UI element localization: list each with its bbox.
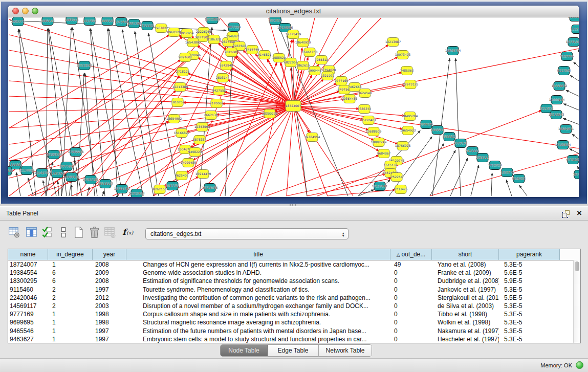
table-cell[interactable]: Estimation of the future numbers of pati…: [126, 327, 390, 335]
table-cell[interactable]: 0: [390, 294, 432, 301]
table-cell[interactable]: 0: [390, 269, 432, 276]
table-cell[interactable]: 5.3E-5: [499, 311, 560, 318]
table-row[interactable]: 946554611997Estimation of the future num…: [8, 327, 580, 335]
table-cell[interactable]: Nakamura et al. (1997): [432, 327, 499, 335]
column-header-year[interactable]: year: [93, 249, 126, 260]
table-cell[interactable]: 1: [48, 319, 93, 326]
table-cell[interactable]: Franke et al. (2009): [432, 269, 499, 276]
table-cell[interactable]: 9465546: [8, 327, 48, 335]
table-cell[interactable]: 6: [48, 269, 93, 276]
row-height-icon[interactable]: [59, 226, 71, 239]
table-cell[interactable]: 1: [48, 327, 93, 335]
table-row[interactable]: 977716911998Corpus callosum shape and si…: [8, 310, 580, 318]
table-cell[interactable]: Hescheler et al. (1997): [432, 336, 499, 343]
table-cell[interactable]: de Silva et al. (2003): [432, 302, 499, 310]
table-cell[interactable]: 5.3E-5: [499, 336, 560, 343]
table-row[interactable]: 969969511998Structural magnetic resonanc…: [8, 318, 580, 326]
table-row[interactable]: 1938455462009Genome-wide association stu…: [8, 269, 580, 277]
table-cell[interactable]: 9115460: [8, 286, 48, 293]
table-cell[interactable]: Wolkin et al. (1998): [432, 319, 499, 326]
table-cell[interactable]: 5.6E-5: [499, 269, 560, 276]
table-cell[interactable]: 2: [48, 294, 93, 301]
table-cell[interactable]: 5.3E-5: [499, 286, 560, 293]
table-cell[interactable]: 49: [390, 261, 432, 268]
tab-edge-table[interactable]: Edge Table: [268, 345, 319, 356]
table-cell[interactable]: 5.3E-5: [499, 261, 560, 268]
table-cell[interactable]: Changes of HCN gene expression and I(f) …: [126, 261, 390, 268]
table-cell[interactable]: Structural magnetic resonance image aver…: [126, 319, 390, 326]
table-cell[interactable]: 19384554: [8, 269, 48, 276]
table-cell[interactable]: Embryonic stem cells: a model to study s…: [126, 336, 390, 343]
table-cell[interactable]: 0: [390, 336, 432, 343]
memory-status-icon[interactable]: [576, 361, 583, 369]
table-cell[interactable]: 9777169: [8, 311, 48, 318]
scrollbar-thumb[interactable]: [575, 261, 579, 271]
table-cell[interactable]: 2012: [93, 294, 126, 301]
zoom-window-icon[interactable]: [32, 8, 38, 14]
tab-network-table[interactable]: Network Table: [319, 345, 372, 356]
column-header-in_degree[interactable]: in_degree: [48, 249, 93, 260]
table-cell[interactable]: 22420046: [8, 294, 48, 301]
network-graph-canvas[interactable]: 2405571308914010653281527602646616210719…: [8, 17, 579, 197]
table-cell[interactable]: 1: [48, 261, 93, 268]
table-cell[interactable]: 1: [48, 336, 93, 343]
table-cell[interactable]: 18300295: [8, 277, 48, 285]
close-panel-icon[interactable]: ✕: [575, 209, 583, 218]
new-table-icon[interactable]: [73, 226, 85, 239]
table-cell[interactable]: 0: [390, 286, 432, 293]
table-cell[interactable]: Dudbridge et al. (2008): [432, 277, 499, 285]
table-row[interactable]: 946362711997Embryonic stem cells: a mode…: [8, 335, 580, 343]
table-cell[interactable]: Investigating the contribution of common…: [126, 294, 390, 301]
table-cell[interactable]: Corpus callosum shape and size in male p…: [126, 311, 390, 318]
table-cell[interactable]: 6: [48, 277, 93, 285]
table-cell[interactable]: 0: [390, 327, 432, 335]
table-cell[interactable]: 5.3E-5: [499, 302, 560, 310]
table-cell[interactable]: 9699695: [8, 319, 48, 326]
table-cell[interactable]: 0: [390, 277, 432, 285]
table-cell[interactable]: Stergiakouli et al. (2012): [432, 294, 499, 301]
function-builder-icon[interactable]: f (x): [121, 226, 134, 239]
table-cell[interactable]: 5.9E-5: [499, 277, 560, 285]
column-header-name[interactable]: name: [8, 249, 48, 260]
tab-node-table[interactable]: Node Table: [221, 345, 268, 356]
table-cell[interactable]: 0: [390, 311, 432, 318]
table-cell[interactable]: Estimation of significance thresholds fo…: [126, 277, 390, 285]
table-cell[interactable]: 2: [48, 302, 93, 310]
column-header-short[interactable]: short: [432, 249, 499, 260]
select-rows-icon[interactable]: [41, 226, 54, 239]
float-panel-icon[interactable]: [561, 209, 571, 218]
table-cell[interactable]: Tourette syndrome. Phenomenology and cla…: [126, 286, 390, 293]
table-cell[interactable]: 1997: [93, 336, 126, 343]
network-window-titlebar[interactable]: citations_edges.txt: [8, 6, 579, 17]
column-header-title[interactable]: title: [126, 249, 390, 260]
table-cell[interactable]: Genome-wide association studies in ADHD.: [126, 269, 390, 276]
table-settings-icon[interactable]: [8, 226, 20, 239]
delete-icon[interactable]: [88, 226, 100, 239]
table-cell[interactable]: 1997: [93, 327, 126, 335]
table-cell[interactable]: 0: [390, 319, 432, 326]
table-cell[interactable]: 1997: [93, 286, 126, 293]
table-cell[interactable]: 2008: [93, 261, 126, 268]
table-row[interactable]: 1456911722003Disruption of a novel membe…: [8, 302, 580, 310]
table-cell[interactable]: 14569117: [8, 302, 48, 310]
table-cell[interactable]: Tibbo et al. (1998): [432, 311, 499, 318]
table-cell[interactable]: Jankovic et al. (1997): [432, 286, 499, 293]
table-cell[interactable]: 2003: [93, 302, 126, 310]
table-row[interactable]: 1872400712008Changes of HCN gene express…: [8, 260, 580, 269]
table-cell[interactable]: Yano et al. (2008): [432, 261, 499, 268]
table-selector-dropdown[interactable]: citations_edges.txt ▲▼: [145, 228, 349, 239]
table-cell[interactable]: Disruption of a novel member of a sodium…: [126, 302, 390, 310]
column-header-out_de[interactable]: △out_de...: [390, 249, 432, 260]
table-cell[interactable]: 9463627: [8, 336, 48, 343]
select-columns-icon[interactable]: [26, 226, 38, 239]
table-row[interactable]: 2242004622012Investigating the contribut…: [8, 294, 580, 302]
table-row[interactable]: 1830029562008Estimation of significance …: [8, 277, 580, 285]
table-cell[interactable]: 18724007: [8, 261, 48, 268]
close-window-icon[interactable]: [12, 8, 19, 14]
table-cell[interactable]: 1998: [93, 319, 126, 326]
table-cell[interactable]: 2008: [93, 277, 126, 285]
table-cell[interactable]: 0: [390, 302, 432, 310]
table-cell[interactable]: 1998: [93, 311, 126, 318]
column-header-pagerank[interactable]: pagerank: [499, 249, 560, 260]
table-cell[interactable]: 1: [48, 311, 93, 318]
